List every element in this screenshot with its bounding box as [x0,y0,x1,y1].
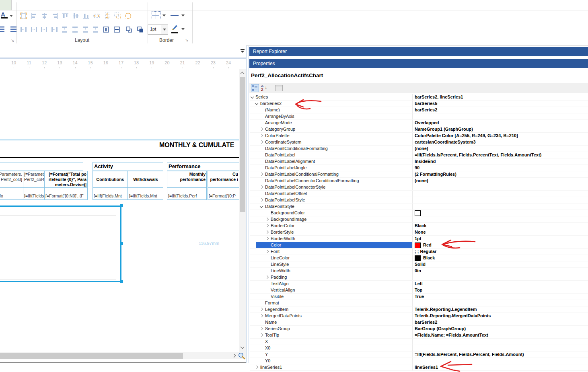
property-row-SeriesGroup[interactable]: SeriesGroupBarGroup (GraphGroup) [250,326,588,332]
property-row-CategoryGroup[interactable]: CategoryGroupNameGroup1 (GraphGroup) [250,126,588,133]
resize-handle[interactable] [120,280,123,283]
expand-icon[interactable] [260,173,263,176]
property-row-Format[interactable]: Format [250,300,588,306]
property-row-X[interactable]: X [250,339,588,345]
selected-chart-item[interactable] [0,206,121,282]
border-width-dropdown[interactable] [161,25,168,35]
horizontal-scrollbar-thumb[interactable] [0,353,183,359]
report-explorer-titlebar[interactable]: Report Explorer [249,47,588,56]
make-horizontal-spacing-equal-icon[interactable] [19,25,28,34]
property-row-DataPointLabelOffset[interactable]: DataPointLabelOffset [250,191,588,197]
align-centers-icon[interactable] [40,12,49,21]
property-row-DataPointConditionalFormatting[interactable]: DataPointConditionalFormatting(none) [250,146,588,152]
property-row-ColorPalette[interactable]: ColorPaletteColorPalette Color [A=255, R… [250,133,588,139]
expand-icon[interactable] [265,218,269,221]
expand-icon[interactable] [265,224,269,227]
make-same-width-icon[interactable] [93,12,101,21]
bring-to-front-icon[interactable] [125,25,134,34]
property-row-DataPointStyle[interactable]: DataPointStyle [250,203,588,210]
expand-icon[interactable] [260,198,263,201]
property-row-DataPointLabelConnectorStyle[interactable]: DataPointLabelConnectorStyle [250,184,588,191]
categorized-view-button[interactable] [251,84,259,92]
align-rights-icon[interactable] [51,12,60,21]
property-row-ToolTip[interactable]: ToolTip=Fields.Name; =Fields.AmountText [250,332,588,339]
portfolio-header-cell[interactable]: [=Format("Total po rtefeuille {0}", Para… [44,171,88,188]
performance-header-cell[interactable]: Monthly performance [167,171,207,188]
performance-header-cell[interactable]: Cu performance i [208,171,239,188]
property-row-Y0[interactable]: Y0 [250,358,588,364]
property-row-Visible[interactable]: VisibleTrue [250,294,588,300]
decrease-horizontal-spacing-icon[interactable] [40,25,49,34]
font-color-button[interactable]: A [1,11,8,18]
expand-icon[interactable] [260,127,263,131]
property-row-VerticalAlign[interactable]: VerticalAlignTop [250,287,588,294]
property-row-BorderStyle[interactable]: BorderStyleNone [250,229,588,236]
font-dialog-launcher-icon[interactable]: ↘ [11,39,15,43]
expand-icon[interactable] [260,140,263,144]
border-color-dropdown-icon[interactable] [181,28,185,30]
portfolio-data-cell[interactable]: [=IIf(Fields.Mo [23,192,45,200]
align-lefts-icon[interactable] [30,12,39,21]
alphabetical-sort-button[interactable]: A Z ↓ [261,84,269,92]
property-row-Padding[interactable]: Padding [250,274,588,281]
remove-vertical-spacing-icon[interactable] [91,25,100,34]
make-same-height-icon[interactable] [103,12,112,21]
expand-icon[interactable] [265,230,269,234]
remove-horizontal-spacing-icon[interactable] [50,25,59,34]
property-row-ArrangeMode[interactable]: ArrangeModeOverlapped [250,120,588,126]
property-row-CoordinateSystem[interactable]: CoordinateSystemcartesianCoordinateSyste… [250,139,588,146]
property-row-barSeries2[interactable]: barSeries2barSeries5 [250,101,588,107]
property-row-ArrangeByAxis[interactable]: ArrangeByAxis [250,113,588,120]
portfolio-data-cell[interactable]: [=IIf(Fields.Mo [0,192,23,200]
property-row-X0[interactable]: X0 [250,345,588,351]
expand-icon[interactable] [260,308,263,311]
quick-access-tile[interactable] [0,0,12,10]
scroll-right-icon[interactable] [232,354,236,358]
property-row-Series[interactable]: SeriesbarSeries2, lineSeries1 [250,94,588,101]
activity-header-cell[interactable]: Contributions [93,171,128,188]
property-row-Color[interactable]: ColorRed [250,242,588,249]
collapse-icon[interactable] [251,95,254,99]
panel-splitter[interactable] [249,45,249,363]
send-to-back-icon[interactable] [136,25,145,34]
portfolio-table-header-band[interactable] [0,162,83,171]
expand-icon[interactable] [260,185,263,189]
align-bottoms-icon[interactable] [82,12,91,21]
property-row-DataPointLabel[interactable]: DataPointLabel=IIf(Fields.IsPercent, Fie… [250,152,588,158]
expand-icon[interactable] [265,237,269,240]
property-row-lineSeries1[interactable]: lineSeries1lineSeries1 [250,364,588,371]
collapse-toolbar-icon[interactable] [241,49,245,53]
center-vertically-icon[interactable] [113,25,121,34]
property-row-(Name)[interactable]: (Name)barSeries2 [250,107,588,113]
vertical-scrollbar-thumb[interactable] [240,77,245,212]
activity-data-cell[interactable]: [=IIf(Fields.Mnt [128,192,163,200]
zoom-tool-icon[interactable] [238,352,245,361]
align-middles-icon[interactable] [72,12,80,21]
expand-icon[interactable] [260,333,263,337]
align-text-icon[interactable] [0,26,4,32]
expand-icon[interactable] [255,366,258,369]
vertical-scrollbar[interactable] [239,69,246,352]
center-horizontally-icon[interactable] [102,25,111,34]
activity-data-cell[interactable]: [=IIf(Fields.Mnt [93,192,128,200]
align-to-grid-icon[interactable] [19,12,28,21]
expand-icon[interactable] [260,327,263,330]
size-to-grid-icon[interactable] [124,12,133,21]
property-row-Name[interactable]: NamebarSeries2 [250,319,588,326]
activity-table-header-band[interactable]: Activity [93,162,163,171]
border-color-button[interactable] [171,24,179,33]
expand-icon[interactable] [260,134,263,137]
property-row-DataPointLabelAlignment[interactable]: DataPointLabelAlignmentInsideEnd [250,158,588,165]
expand-icon[interactable] [265,275,269,279]
border-width-combobox[interactable]: 1pt [148,25,161,35]
font-color-dropdown-icon[interactable] [10,15,13,17]
properties-titlebar[interactable]: Properties [249,59,588,68]
property-row-DataPointLabelConditionalFormatting[interactable]: DataPointLabelConditionalFormatting(2 Fo… [250,171,588,178]
expand-icon[interactable] [260,314,263,317]
collapse-icon[interactable] [255,102,258,105]
property-row-BorderWidth[interactable]: BorderWidth1pt [250,236,588,242]
property-row-Y[interactable]: Y=IIf(Fields.IsPercent, Fields.Percent, … [250,351,588,358]
increase-horizontal-spacing-icon[interactable] [30,25,39,34]
performance-data-cell[interactable]: [=Format('{0:P [208,192,239,200]
property-row-BackgroundColor[interactable]: BackgroundColor [250,210,588,216]
